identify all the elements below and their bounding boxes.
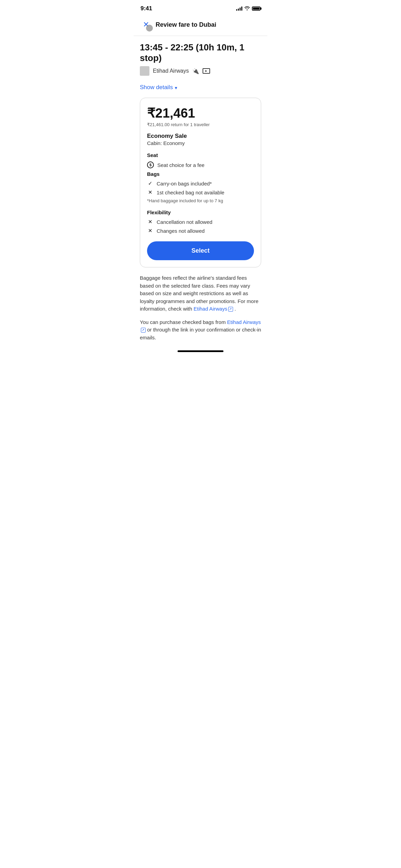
bags-footnote: *Hand baggage included for up to 7 kg [147,198,254,203]
price-detail: ₹21,461.00 return for 1 traveller [147,122,254,127]
select-button[interactable]: Select [147,241,254,260]
checked-bag-row: ✕ 1st checked bag not available [147,189,254,195]
status-time: 9:41 [141,5,152,12]
fare-card: ₹21,461 ₹21,461.00 return for 1 travelle… [140,98,261,267]
wifi-icon [244,6,250,11]
check-icon: ✓ [147,180,153,186]
circle-icon [146,25,153,32]
price-main: ₹21,461 [147,106,254,121]
battery-icon [252,7,260,11]
flexibility-section: Flexibility ✕ Cancellation not allowed ✕… [147,209,254,234]
carry-on-text: Carry-on bags included* [157,181,212,186]
fare-name: Economy Sale [147,133,254,140]
cancellation-text: Cancellation not allowed [157,219,212,225]
etihad-link-1[interactable]: Etihad Airways [194,306,235,312]
header: ✕ Review fare to Dubai [134,15,267,36]
x-mark-icon: ✕ [147,189,153,195]
seat-section-title: Seat [147,152,254,158]
close-button[interactable]: ✕ [140,19,152,31]
flexibility-section-title: Flexibility [147,209,254,215]
airline-row: Etihad Airways 🔌 [140,66,261,76]
x-changes-icon: ✕ [147,228,153,234]
status-icons [236,6,260,11]
airline-name: Etihad Airways [153,68,189,74]
changes-row: ✕ Changes not allowed [147,228,254,234]
disclaimer-2: You can purchase checked bags from Etiha… [134,318,267,347]
seat-feature-row: $ Seat choice for a fee [147,161,254,168]
screen-icon [203,68,210,74]
chevron-down-icon: ▾ [175,85,177,91]
flight-info: 13:45 - 22:25 (10h 10m, 1 stop) Etihad A… [134,36,267,83]
x-cancel-icon: ✕ [147,219,153,225]
show-details-label: Show details [140,84,173,91]
carry-on-row: ✓ Carry-on bags included* [147,180,254,186]
dollar-circle-icon: $ [147,161,154,168]
cancellation-row: ✕ Cancellation not allowed [147,219,254,225]
signal-icon [236,7,242,11]
status-bar: 9:41 [134,0,267,15]
page-title: Review fare to Dubai [156,21,216,28]
flight-times: 13:45 - 22:25 (10h 10m, 1 stop) [140,42,261,63]
seat-feature-text: Seat choice for a fee [157,162,205,168]
home-indicator [134,347,267,355]
external-link-icon-1 [228,307,233,312]
show-details-button[interactable]: Show details ▾ [134,83,267,98]
cabin-class: Cabin: Economy [147,140,254,146]
changes-text: Changes not allowed [157,228,205,234]
airline-logo [140,66,149,76]
bags-section: Bags ✓ Carry-on bags included* ✕ 1st che… [147,171,254,203]
power-icon: 🔌 [192,68,199,74]
disclaimer-1: Baggage fees reflect the airline's stand… [134,274,267,318]
home-bar [178,350,223,352]
bags-section-title: Bags [147,171,254,177]
checked-bag-text: 1st checked bag not available [157,190,224,195]
external-link-icon-2 [141,328,146,333]
